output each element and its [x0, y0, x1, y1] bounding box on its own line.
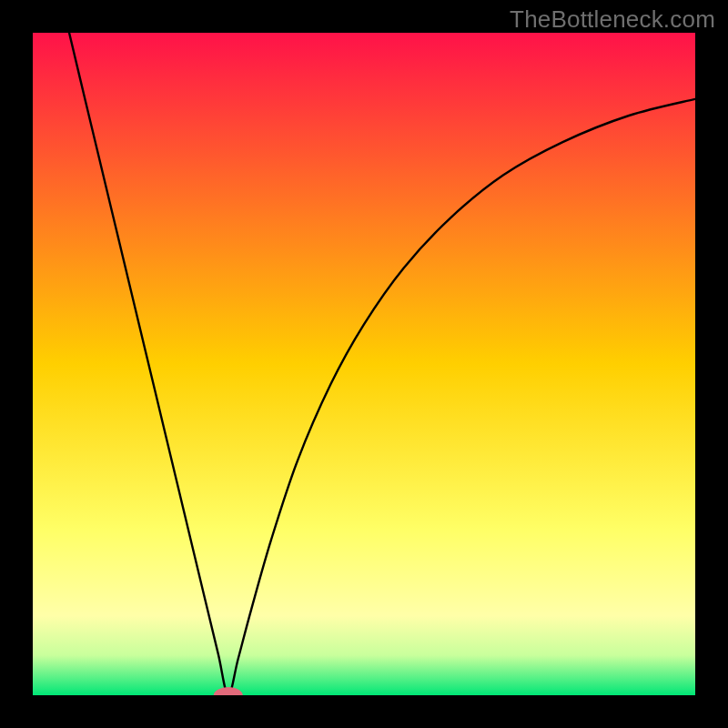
chart-frame: TheBottleneck.com [0, 0, 728, 728]
gradient-background [33, 33, 695, 695]
chart-svg [33, 33, 695, 695]
watermark-text: TheBottleneck.com [510, 5, 715, 34]
plot-area [33, 33, 695, 695]
